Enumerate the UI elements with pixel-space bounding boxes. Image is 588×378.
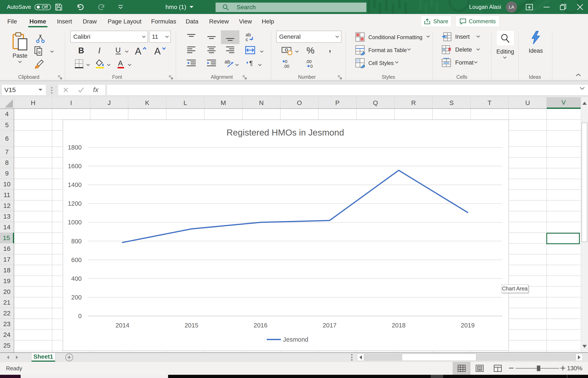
merge-center-icon[interactable]	[245, 46, 255, 54]
select-all-corner[interactable]	[0, 97, 14, 108]
insert-function-icon[interactable]: fx	[93, 86, 101, 94]
collapse-ribbon-icon[interactable]	[575, 73, 581, 77]
column-header-u[interactable]: U	[509, 97, 547, 108]
column-header-t[interactable]: T	[471, 97, 509, 108]
borders-icon[interactable]	[74, 59, 84, 69]
tab-scrollbar-splitter[interactable]	[351, 354, 353, 361]
zoom-in-button[interactable]	[560, 365, 566, 371]
share-button[interactable]: Share	[421, 16, 451, 27]
row-header-19[interactable]: 19	[0, 276, 14, 286]
zoom-level[interactable]: 130%	[567, 362, 582, 375]
row-header-24[interactable]: 24	[0, 330, 14, 340]
autosave-control[interactable]: AutoSave Off	[7, 0, 51, 14]
formula-bar-splitter[interactable]	[51, 87, 53, 94]
menu-tab-file[interactable]: File	[6, 14, 18, 29]
column-header-m[interactable]: M	[205, 97, 243, 108]
orientation-dropdown-icon[interactable]	[235, 64, 239, 67]
format-as-table-dropdown-icon[interactable]	[407, 48, 411, 51]
row-header-15[interactable]: 15	[0, 233, 14, 243]
delete-cells-dropdown-icon[interactable]	[476, 48, 480, 51]
previous-sheet-button[interactable]	[3, 353, 13, 362]
autosave-toggle[interactable]: Off	[35, 4, 51, 10]
column-header-j[interactable]: J	[90, 97, 128, 108]
insert-cells-button[interactable]: Insert	[441, 32, 470, 41]
menu-tab-help[interactable]: Help	[261, 14, 275, 29]
comments-button[interactable]: Comments	[456, 16, 499, 27]
align-center-icon[interactable]	[207, 46, 216, 54]
wrap-text-icon[interactable]: abc	[245, 33, 255, 42]
alignment-dialog-launcher[interactable]	[242, 75, 248, 80]
zoom-slider[interactable]	[516, 362, 559, 375]
format-cells-button[interactable]: Format	[441, 58, 474, 67]
row-header-20[interactable]: 20	[0, 286, 14, 297]
row-header-11[interactable]: 11	[0, 190, 14, 200]
user-account[interactable]: Lougan Alasi LA	[469, 0, 517, 14]
name-box[interactable]: V15	[2, 85, 46, 95]
column-header-s[interactable]: S	[433, 97, 471, 108]
row-header-17[interactable]: 17	[0, 254, 14, 265]
row-header-8[interactable]: 8	[0, 158, 14, 168]
increase-indent-icon[interactable]	[206, 59, 217, 67]
fill-color-icon[interactable]	[95, 59, 105, 69]
column-header-h[interactable]: H	[14, 97, 52, 108]
close-button[interactable]	[573, 0, 587, 14]
cell-styles-button[interactable]: Cell Styles	[355, 58, 394, 68]
menu-tab-home[interactable]: Home	[29, 14, 47, 29]
conditional-formatting-dropdown-icon[interactable]	[426, 35, 430, 38]
format-painter-icon[interactable]	[35, 59, 45, 69]
row-header-22[interactable]: 22	[0, 308, 14, 319]
row-header-4[interactable]: 4	[0, 109, 14, 119]
align-left-icon[interactable]	[187, 46, 196, 54]
align-bottom-icon[interactable]	[226, 33, 235, 41]
vertical-scrollbar[interactable]	[581, 97, 588, 352]
accounting-dropdown-icon[interactable]	[295, 50, 299, 53]
merge-center-dropdown-icon[interactable]	[260, 50, 264, 53]
accounting-icon[interactable]	[281, 46, 294, 56]
ribbon-display-options-button[interactable]	[522, 0, 537, 14]
restore-button[interactable]	[556, 0, 570, 14]
row-header-21[interactable]: 21	[0, 297, 14, 308]
bold-icon[interactable]: B	[77, 47, 85, 55]
search-input[interactable]: Search	[216, 3, 366, 12]
italic-icon[interactable]: I	[98, 47, 103, 55]
active-cell-selection[interactable]	[546, 233, 580, 244]
cell-styles-dropdown-icon[interactable]	[395, 61, 399, 64]
delete-cells-button[interactable]: Delete	[441, 45, 472, 54]
decrease-font-icon[interactable]: A	[154, 46, 166, 55]
clipboard-dialog-launcher[interactable]	[57, 75, 63, 80]
align-right-icon[interactable]	[226, 46, 235, 54]
sheet-tab-sheet1[interactable]: Sheet1	[31, 353, 55, 362]
editing-dropdown-icon[interactable]	[503, 56, 507, 59]
increase-decimal-icon[interactable]: 0.00	[282, 59, 293, 69]
font-color-dropdown-icon[interactable]	[128, 64, 132, 67]
row-header-6[interactable]: 6	[0, 131, 14, 147]
scroll-down-button[interactable]	[581, 341, 588, 351]
font-name-dropdown-icon[interactable]	[142, 35, 146, 38]
align-middle-icon[interactable]	[207, 33, 216, 41]
paste-button[interactable]: Paste	[11, 32, 29, 64]
menu-tab-review[interactable]: Review	[208, 14, 230, 29]
customize-quick-access-button[interactable]	[115, 0, 126, 14]
font-size-combo[interactable]: 11	[149, 31, 171, 43]
orientation-icon[interactable]: ab	[225, 59, 235, 68]
font-name-combo[interactable]: Calibri	[70, 31, 148, 43]
next-sheet-button[interactable]	[13, 353, 22, 362]
underline-dropdown-icon[interactable]	[125, 50, 129, 53]
horizontal-scroll-thumb[interactable]	[402, 354, 476, 361]
font-color-icon[interactable]: A	[116, 59, 125, 69]
expand-formula-bar-icon[interactable]	[579, 87, 585, 91]
row-header-9[interactable]: 9	[0, 168, 14, 179]
format-cells-dropdown-icon[interactable]	[474, 61, 478, 64]
menu-tab-formulas[interactable]: Formulas	[150, 14, 177, 29]
decrease-decimal-icon[interactable]: .000	[305, 59, 316, 69]
row-header-5[interactable]: 5	[0, 120, 14, 130]
number-format-combo[interactable]: General	[276, 31, 341, 43]
column-header-l[interactable]: L	[166, 97, 205, 108]
menu-tab-page-layout[interactable]: Page Layout	[107, 14, 142, 29]
percent-icon[interactable]: %	[306, 46, 316, 55]
increase-font-icon[interactable]: A	[135, 46, 146, 55]
redo-button[interactable]	[96, 0, 107, 14]
underline-icon[interactable]: U	[115, 46, 122, 55]
scroll-left-button[interactable]	[357, 354, 364, 361]
column-header-k[interactable]: K	[128, 97, 166, 108]
